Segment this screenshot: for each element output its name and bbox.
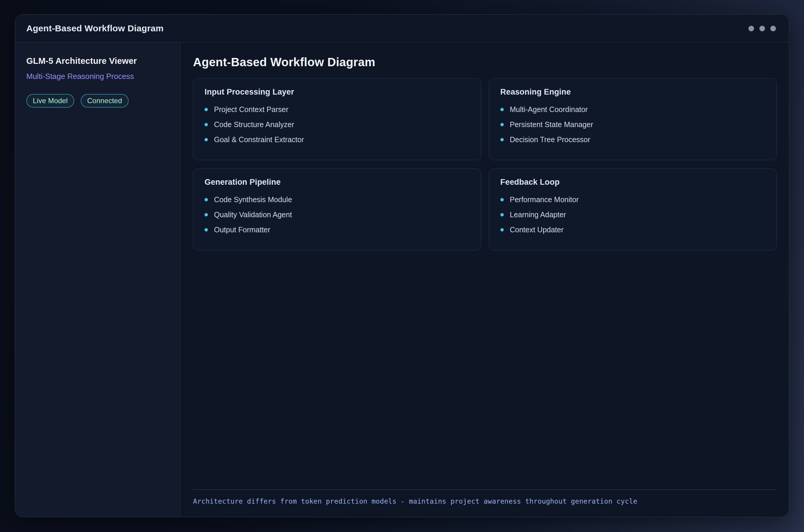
window-menu-dot-icon[interactable] [748, 26, 754, 31]
list-item-label: Project Context Parser [214, 105, 288, 114]
card-item-list: Project Context Parser Code Structure An… [205, 105, 470, 144]
bullet-dot-icon [205, 123, 208, 126]
card-item-list: Code Synthesis Module Quality Validation… [205, 195, 470, 234]
list-item: Decision Tree Processor [500, 135, 766, 144]
card-title: Feedback Loop [500, 178, 766, 187]
title-bar: Agent-Based Workflow Diagram [15, 15, 789, 42]
list-item: Context Updater [500, 225, 766, 234]
desktop-background: { "window": { "title": "Agent-Based Work… [0, 0, 804, 532]
list-item: Output Formatter [205, 225, 470, 234]
workflow-card: Reasoning Engine Multi-Agent Coordinator [489, 78, 777, 160]
app-window: Agent-Based Workflow Diagram GLM-5 Archi… [15, 14, 789, 517]
bullet-dot-icon [500, 123, 504, 126]
card-item-list: Performance Monitor Learning Adapter [500, 195, 766, 234]
list-item: Performance Monitor [500, 195, 766, 204]
list-item-label: Output Formatter [214, 225, 270, 234]
list-item: Persistent State Manager [500, 120, 766, 129]
list-item-label: Performance Monitor [510, 195, 579, 204]
bullet-dot-icon [500, 228, 504, 231]
list-item-label: Context Updater [510, 225, 564, 234]
list-item-label: Multi-Agent Coordinator [510, 105, 588, 114]
card-item-list: Multi-Agent Coordinator Persistent State… [500, 105, 766, 144]
window-controls[interactable] [748, 26, 776, 31]
list-item-label: Goal & Constraint Extractor [214, 135, 304, 144]
bullet-dot-icon [205, 138, 208, 141]
window-title: Agent-Based Workflow Diagram [26, 23, 164, 33]
list-item: Multi-Agent Coordinator [500, 105, 766, 114]
footer-divider-area: Architecture differs from token predicti… [193, 490, 777, 505]
list-item-label: Learning Adapter [510, 210, 566, 219]
workflow-card: Generation Pipeline Code Synthesis Modul… [193, 169, 481, 250]
window-menu-dot-icon[interactable] [770, 26, 776, 31]
workflow-card: Input Processing Layer Project Context P… [193, 78, 481, 160]
list-item-label: Code Synthesis Module [214, 195, 292, 204]
sidebar-subtitle: Multi-Stage Reasoning Process [26, 72, 169, 81]
workflow-card: Feedback Loop Performance Monitor [489, 169, 777, 250]
bullet-dot-icon [500, 198, 504, 201]
status-badge: Connected [81, 94, 129, 108]
workflow-card-grid: Input Processing Layer Project Context P… [193, 78, 777, 250]
main-content: Agent-Based Workflow Diagram Input Proce… [180, 42, 789, 517]
bullet-dot-icon [205, 228, 208, 231]
bullet-dot-icon [500, 108, 504, 111]
bullet-dot-icon [205, 213, 208, 216]
window-body: GLM-5 Architecture Viewer Multi-Stage Re… [15, 42, 789, 517]
bullet-dot-icon [205, 198, 208, 201]
card-title: Input Processing Layer [205, 88, 470, 97]
sidebar-title: GLM-5 Architecture Viewer [26, 56, 169, 66]
footer-note: Architecture differs from token predicti… [193, 497, 637, 505]
status-badge: Live Model [26, 94, 74, 108]
list-item-label: Decision Tree Processor [510, 135, 590, 144]
list-item: Code Synthesis Module [205, 195, 470, 204]
page-title: Agent-Based Workflow Diagram [193, 56, 777, 69]
list-item: Project Context Parser [205, 105, 470, 114]
list-item: Goal & Constraint Extractor [205, 135, 470, 144]
status-badges: Live Model Connected [26, 94, 169, 108]
list-item: Code Structure Analyzer [205, 120, 470, 129]
bullet-dot-icon [500, 213, 504, 216]
card-title: Reasoning Engine [500, 88, 766, 97]
list-item: Learning Adapter [500, 210, 766, 219]
list-item-label: Code Structure Analyzer [214, 120, 294, 129]
list-item-label: Persistent State Manager [510, 120, 593, 129]
bullet-dot-icon [500, 138, 504, 141]
bullet-dot-icon [205, 108, 208, 111]
card-title: Generation Pipeline [205, 178, 470, 187]
sidebar: GLM-5 Architecture Viewer Multi-Stage Re… [15, 42, 180, 517]
window-menu-dot-icon[interactable] [759, 26, 765, 31]
list-item-label: Quality Validation Agent [214, 210, 292, 219]
list-item: Quality Validation Agent [205, 210, 470, 219]
